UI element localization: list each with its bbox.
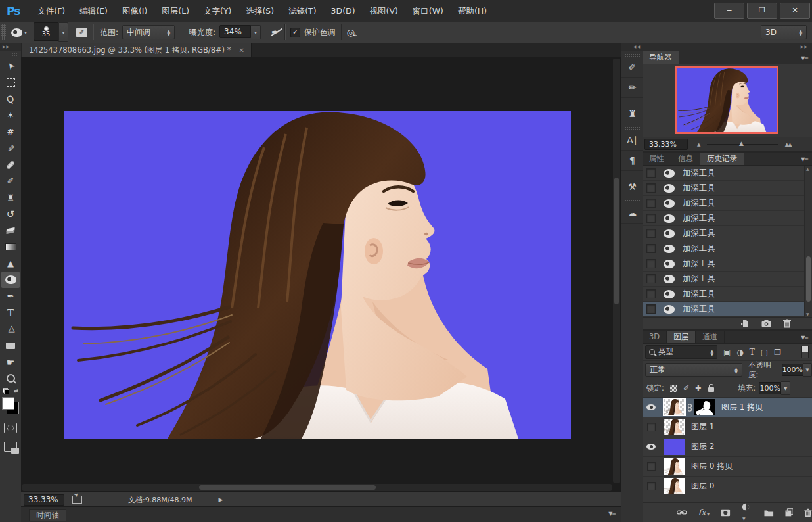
history-row[interactable]: 加深工具 <box>643 226 812 241</box>
share-icon[interactable] <box>72 496 82 504</box>
tool-brush[interactable]: ✐ <box>1 173 20 189</box>
resize-gripper[interactable] <box>803 142 811 150</box>
tool-rectangular-marquee[interactable] <box>1 74 20 91</box>
layer-style-fx-icon[interactable]: fx▼ <box>698 508 710 517</box>
layer-name[interactable]: 图层 2 <box>691 441 714 452</box>
tool-move[interactable]: ➤ <box>1 58 20 74</box>
tool-hand[interactable]: ☛ <box>1 354 20 370</box>
minimize-button[interactable]: ─ <box>714 3 744 19</box>
history-row[interactable]: 加深工具 <box>643 166 812 181</box>
scrollbar-thumb[interactable] <box>806 256 811 302</box>
history-scrollbar[interactable]: ▲ ▼ <box>804 166 812 317</box>
mask-link-icon[interactable] <box>687 404 692 412</box>
panel-menu-icon[interactable]: ▼≡ <box>801 335 808 341</box>
menu-type[interactable]: 文字(Y) <box>196 1 238 22</box>
quick-mask-button[interactable] <box>1 419 20 436</box>
menu-view[interactable]: 视图(V) <box>363 1 405 22</box>
tool-eyedropper[interactable]: ✎ <box>1 140 20 156</box>
brush-size-picker[interactable]: 35 ▾ <box>34 22 68 42</box>
protect-tones-toggle[interactable]: ✓ 保护色调 <box>290 27 336 38</box>
close-button[interactable]: ✕ <box>780 3 810 19</box>
tool-shape[interactable] <box>1 337 20 354</box>
link-layers-icon[interactable] <box>677 510 687 515</box>
zoom-slider-thumb[interactable]: ▲ <box>739 140 744 147</box>
layer-name[interactable]: 图层 0 拷贝 <box>691 461 733 472</box>
tool-gradient[interactable] <box>1 239 20 255</box>
filter-type-layers-icon[interactable]: T <box>750 348 755 357</box>
lock-pixels-brush-icon[interactable]: ✐ <box>683 384 689 392</box>
menu-edit[interactable]: 编辑(E) <box>72 1 115 22</box>
lock-position-icon[interactable]: ✚ <box>695 384 701 392</box>
workspace-select[interactable]: 3D ▲▼ <box>761 25 807 39</box>
history-source-checkbox[interactable] <box>646 274 656 283</box>
delete-state-trash-icon[interactable] <box>783 319 791 328</box>
default-colors-icon[interactable] <box>3 388 9 394</box>
visibility-cell[interactable] <box>643 417 660 437</box>
visibility-empty-icon[interactable] <box>647 482 656 490</box>
layer-filter-select[interactable]: 类型 ▲▼ <box>645 345 717 359</box>
eye-icon[interactable] <box>646 444 656 450</box>
new-layer-icon[interactable] <box>785 508 794 517</box>
new-document-from-state-icon[interactable] <box>740 320 750 328</box>
menu-image[interactable]: 图像(I) <box>115 1 154 22</box>
layer-mask-thumbnail[interactable] <box>694 399 715 415</box>
chevron-down-icon[interactable]: ▼ <box>803 363 812 377</box>
zoom-in-icon[interactable]: ▲▲ <box>784 141 791 148</box>
lock-transparency-icon[interactable] <box>670 385 677 392</box>
status-zoom-field[interactable]: 33.33% <box>24 494 64 506</box>
tool-clone-stamp[interactable]: ♜ <box>1 189 20 206</box>
zoom-slider[interactable]: ▲ <box>707 144 778 145</box>
tab-info[interactable]: 信息 <box>671 153 700 165</box>
exposure-value[interactable]: 34% <box>219 25 251 38</box>
paragraph-panel-icon[interactable]: ¶ <box>621 151 643 171</box>
brush-presets-icon[interactable]: ✏ <box>621 78 643 98</box>
visibility-empty-icon[interactable] <box>647 462 656 471</box>
fill-value[interactable]: 100% <box>759 382 781 394</box>
scroll-up-icon[interactable]: ▲ <box>806 166 809 171</box>
chevron-down-icon[interactable]: ▾ <box>58 22 68 42</box>
menu-select[interactable]: 选择(S) <box>238 1 281 22</box>
history-source-checkbox[interactable] <box>646 183 656 193</box>
horizontal-scrollbar[interactable] <box>22 484 612 491</box>
tool-zoom[interactable] <box>1 370 20 387</box>
history-row[interactable]: 加深工具 <box>643 241 812 256</box>
creative-cloud-icon[interactable]: ☁ <box>621 203 643 224</box>
visibility-cell[interactable] <box>643 477 660 496</box>
tool-crop[interactable]: # <box>1 124 20 140</box>
menu-layer[interactable]: 图层(L) <box>154 1 196 22</box>
navigator-preview[interactable] <box>675 66 778 134</box>
document-image[interactable] <box>64 111 571 439</box>
expand-panels-arrows[interactable]: ◀◀ <box>621 43 643 51</box>
menu-help[interactable]: 帮助(H) <box>451 1 494 22</box>
filter-adjustment-layers-icon[interactable]: ◑ <box>736 348 743 357</box>
chevron-down-icon[interactable]: ▼ <box>781 381 790 395</box>
document-tab[interactable]: 1425437808663.jpg @ 33.3% (图层 1 拷贝, RGB/… <box>22 43 252 57</box>
add-layer-mask-icon[interactable] <box>721 509 731 517</box>
layer-thumbnail[interactable] <box>664 439 685 455</box>
history-row-selected[interactable]: 加深工具 <box>643 302 812 317</box>
collapse-panels-arrows[interactable]: ▶▶ <box>643 43 812 51</box>
maximize-button[interactable]: ❐ <box>747 3 777 19</box>
tab-3d[interactable]: 3D <box>643 331 667 343</box>
history-source-checkbox[interactable] <box>646 229 656 238</box>
tab-navigator[interactable]: 导航器 <box>643 51 679 64</box>
history-row[interactable]: 加深工具 <box>643 181 812 196</box>
tab-layers[interactable]: 图层 <box>667 331 696 343</box>
tool-preset-picker[interactable]: ▾ <box>11 28 27 37</box>
close-icon[interactable]: ✕ <box>239 47 244 54</box>
tool-lasso[interactable]: Ϙ <box>1 91 20 107</box>
layer-row[interactable]: 图层 1 <box>643 417 812 437</box>
toggle-brush-panel-button[interactable]: ✐ <box>76 28 87 37</box>
visibility-empty-icon[interactable] <box>647 423 656 431</box>
swap-colors-icon[interactable]: ⇄ <box>14 388 18 394</box>
zoom-out-icon[interactable]: ▲ <box>697 142 700 147</box>
eye-icon[interactable] <box>646 404 656 410</box>
brush-panel-icon[interactable]: ✐ <box>621 57 643 78</box>
visibility-cell[interactable] <box>643 457 660 476</box>
tool-history-brush[interactable]: ↺ <box>1 206 20 222</box>
status-arrow-icon[interactable]: ▶ <box>218 496 223 503</box>
tools-panel-icon[interactable]: ⚒ <box>621 177 643 197</box>
tool-eraser[interactable] <box>1 222 20 239</box>
layer-thumbnail[interactable] <box>664 458 685 475</box>
layer-thumbnail[interactable] <box>664 399 685 415</box>
